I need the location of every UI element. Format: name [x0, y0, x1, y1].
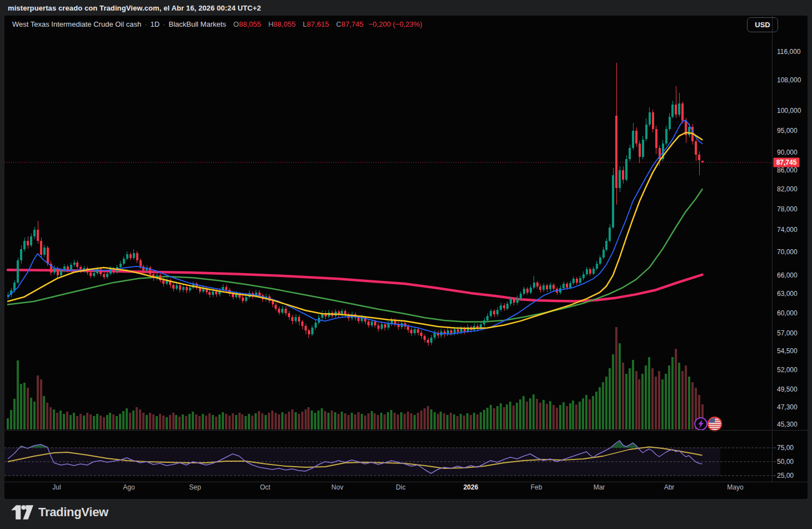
candles-layer	[7, 63, 704, 346]
price-axis-label: 74,000	[777, 226, 798, 234]
ma-fast-line	[8, 120, 703, 334]
time-axis-label: Nov	[331, 483, 343, 491]
time-axis-label: Mayo	[727, 483, 744, 491]
attribution-text: misterpuertas creado con TradingView.com…	[8, 4, 261, 12]
legend-separator: ·	[163, 20, 165, 28]
price-axis-label: 52,000	[777, 366, 798, 374]
open-letter: O	[233, 20, 239, 28]
change-value: −0,200 (−0,23%)	[368, 20, 422, 28]
price-axis-label: 116,000	[777, 48, 801, 56]
price-axis-label: 100,000	[777, 107, 801, 115]
low-letter: L	[303, 20, 307, 28]
time-axis-label: Dic	[396, 483, 405, 491]
price-axis-label: 60,000	[777, 309, 798, 317]
interval-label[interactable]: 1D	[151, 20, 160, 28]
rsi-axis-label: 75,00	[777, 444, 794, 452]
symbol-legend: West Texas Intermediate Crude Oil cash·1…	[12, 20, 422, 28]
close-letter: C	[336, 20, 341, 28]
us-flag-icon[interactable]	[708, 417, 721, 431]
price-axis-label: 70,000	[777, 248, 798, 256]
currency-usd-button[interactable]: USD	[747, 17, 778, 32]
lightning-icon[interactable]	[695, 418, 707, 430]
time-axis-label: 2026	[464, 483, 479, 491]
time-axis-label: Jul	[52, 483, 61, 491]
price-axis-label: 78,000	[777, 205, 798, 213]
price-axis-label: 86,000	[777, 166, 798, 174]
pane-icons	[695, 417, 721, 431]
ma-100-line	[8, 189, 703, 322]
rsi-axis-label: 25,00	[777, 472, 794, 479]
price-axis[interactable]: 116,000108,000100,00095,00090,00086,0008…	[777, 48, 801, 479]
symbol-title[interactable]: West Texas Intermediate Crude Oil cash	[12, 20, 141, 28]
price-axis-label: 49,500	[777, 385, 798, 393]
price-axis-label: 57,000	[777, 329, 798, 337]
rsi-axis-label: 50,00	[777, 458, 794, 466]
chart-canvas[interactable]: 116,000108,000100,00095,00090,00086,0008…	[4, 16, 808, 499]
high-letter: H	[268, 20, 273, 28]
price-axis-label: 95,000	[777, 127, 798, 135]
time-axis[interactable]: JulAgoSepOctNovDic2026FebMarAbrMayo	[52, 483, 744, 491]
price-axis-label: 45,300	[777, 421, 798, 428]
time-axis-label: Feb	[531, 483, 542, 491]
time-axis-label: Ago	[123, 483, 135, 491]
price-axis-label: 54,500	[777, 347, 798, 355]
time-axis-label: Mar	[594, 483, 605, 491]
time-axis-label: Sep	[189, 483, 201, 491]
price-axis-label: 66,000	[777, 271, 798, 279]
price-axis-label: 82,000	[777, 185, 798, 193]
chart-panel: 116,000108,000100,00095,00090,00086,0008…	[4, 16, 808, 499]
attribution-bar: misterpuertas creado con TradingView.com…	[0, 0, 812, 16]
footer-bar: TradingView	[0, 499, 812, 529]
high-value: 88,055	[273, 20, 296, 28]
time-axis-label: Abr	[664, 483, 675, 491]
tradingview-logo-text: TradingView	[38, 505, 108, 520]
tradingview-chart-screenshot: { "attribution": "misterpuertas creado c…	[0, 0, 812, 529]
price-axis-label: 90,000	[777, 149, 798, 156]
tradingview-logo-icon	[11, 505, 33, 520]
exchange-label[interactable]: BlackBull Markets	[169, 20, 226, 28]
time-axis-label: Oct	[260, 483, 271, 491]
low-value: 87,615	[307, 20, 329, 28]
current-price-label: 87,745	[774, 157, 800, 167]
price-axis-label: 63,000	[777, 290, 798, 298]
tradingview-logo[interactable]: TradingView	[11, 505, 108, 520]
close-value: 87,745	[341, 20, 363, 28]
legend-separator: ·	[145, 20, 147, 28]
price-axis-label: 108,000	[777, 76, 801, 84]
volume-layer	[7, 327, 704, 429]
open-value: 88,055	[239, 20, 261, 28]
svg-text:87,745: 87,745	[776, 159, 797, 166]
price-axis-label: 47,300	[777, 403, 798, 411]
